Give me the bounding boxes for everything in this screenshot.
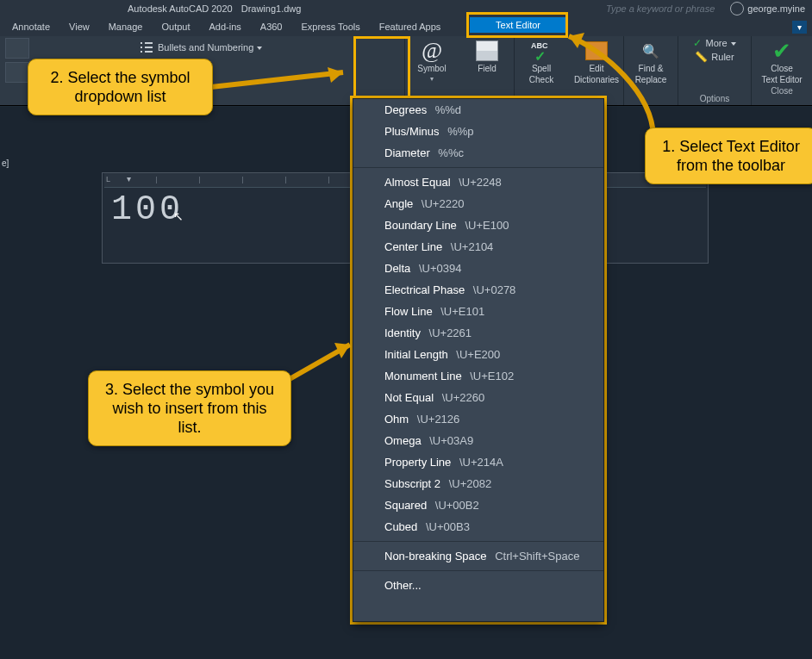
- menu-separator: [353, 541, 603, 542]
- symbol-dropdown-menu: Degrees %%dPlus/Minus %%pDiameter %%cAlm…: [353, 98, 604, 622]
- symbol-item-diameter[interactable]: Diameter %%c: [353, 142, 603, 164]
- close-text-editor-button[interactable]: ✔ Close Text Editor: [755, 36, 809, 84]
- command-line-fragment: e]: [2, 159, 9, 168]
- symbol-item-flow-line[interactable]: Flow Line \U+E101: [353, 301, 603, 322]
- ribbon-tabs: AnnotateViewManageOutputAdd-insA360Expre…: [0, 17, 812, 37]
- symbol-label: Symbol: [417, 64, 446, 73]
- symbol-item-identity[interactable]: Identity \U+2261: [353, 322, 603, 344]
- find-replace-button[interactable]: 🔍 Find & Replace: [624, 36, 678, 84]
- find-l2: Replace: [635, 75, 667, 84]
- user-account[interactable]: george.myine: [730, 2, 805, 16]
- symbol-item-subscript-2[interactable]: Subscript 2 \U+2082: [353, 473, 603, 494]
- symbol-item-code: \U+2220: [418, 197, 464, 210]
- field-button[interactable]: Field ▾: [460, 36, 514, 83]
- user-name: george.myine: [747, 3, 805, 14]
- symbol-item-center-line[interactable]: Center Line \U+2104: [353, 236, 603, 258]
- field-icon: [476, 40, 498, 61]
- tab-text-editor[interactable]: Text Editor: [470, 17, 566, 33]
- ribbon-tab-express-tools[interactable]: Express Tools: [295, 19, 367, 34]
- symbol-item-code: \U+E102: [467, 370, 515, 382]
- ribbon-tab-output[interactable]: Output: [154, 19, 197, 34]
- symbol-item-ohm[interactable]: Ohm \U+2126: [353, 408, 603, 430]
- more-dropdown[interactable]: ✓ More: [688, 36, 740, 50]
- symbol-item-label: Diameter: [384, 146, 430, 159]
- text-align-button[interactable]: [5, 38, 29, 59]
- close-l2: Text Editor: [761, 75, 802, 84]
- symbol-item-code: \U+E100: [462, 219, 509, 232]
- dict-l2: Dictionaries: [574, 75, 619, 84]
- symbol-item-squared[interactable]: Squared \U+00B2: [353, 494, 603, 516]
- ribbon-tab-add-ins[interactable]: Add-ins: [203, 19, 248, 34]
- symbol-item-label: Center Line: [384, 240, 442, 253]
- bullets-icon: [141, 41, 153, 53]
- search-input[interactable]: Type a keyword or phrase: [309, 3, 721, 14]
- ribbon-tab-a360[interactable]: A360: [253, 19, 290, 34]
- symbol-item-almost-equal[interactable]: Almost Equal \U+2248: [353, 171, 603, 193]
- symbol-item-label: Other...: [384, 579, 422, 592]
- find-icon: 🔍: [641, 42, 660, 59]
- ribbon-tab-featured-apps[interactable]: Featured Apps: [372, 19, 448, 34]
- ribbon-tab-annotate[interactable]: Annotate: [5, 19, 57, 34]
- symbol-item-label: Non-breaking Space: [384, 550, 487, 563]
- symbol-item-omega[interactable]: Omega \U+03A9: [353, 430, 603, 451]
- tools-panel: 🔍 Find & Replace: [624, 36, 678, 105]
- edit-dictionaries-button[interactable]: Edit Dictionaries: [570, 36, 623, 84]
- spell-check-button[interactable]: Spell Check: [515, 36, 568, 84]
- symbol-item-non-breaking-space[interactable]: Non-breaking Space Ctrl+Shift+Space: [353, 545, 603, 567]
- close-panel-title: Close: [767, 84, 796, 97]
- panel-overflow-dropdown[interactable]: ▾: [792, 21, 807, 34]
- checkmark-icon: ✔: [772, 38, 791, 65]
- options-panel-title: Options: [696, 92, 733, 105]
- symbol-item-code: \U+214A: [456, 456, 503, 469]
- symbol-item-code: \U+0394: [415, 262, 461, 275]
- app-title: Autodesk AutoCAD 2020: [128, 3, 233, 14]
- cursor-icon: ↖: [173, 209, 184, 223]
- symbol-item-cubed[interactable]: Cubed \U+00B3: [353, 516, 603, 538]
- symbol-item-code: %%d: [432, 103, 461, 116]
- symbol-item-delta[interactable]: Delta \U+0394: [353, 258, 603, 279]
- symbol-item-code: \U+2260: [439, 391, 484, 404]
- ribbon-tab-manage[interactable]: Manage: [102, 19, 150, 34]
- symbol-item-label: Boundary Line: [384, 219, 457, 232]
- symbol-item-code: \U+00B2: [432, 499, 479, 512]
- symbol-item-monument-line[interactable]: Monument Line \U+E102: [353, 365, 603, 387]
- symbol-item-code: \U+E101: [438, 305, 485, 318]
- symbol-item-label: Ohm: [384, 413, 409, 426]
- indent-marker-icon[interactable]: ▾: [127, 174, 131, 183]
- symbol-item-boundary-line[interactable]: Boundary Line \U+E100: [353, 214, 603, 236]
- symbol-item-label: Monument Line: [384, 370, 462, 382]
- symbol-item-label: Identity: [384, 326, 421, 339]
- dictionary-icon: [585, 41, 608, 60]
- symbol-item-property-line[interactable]: Property Line \U+214A: [353, 451, 603, 473]
- symbol-item-electrical-phase[interactable]: Electrical Phase \U+0278: [353, 279, 603, 301]
- check-icon: ✓: [693, 37, 702, 49]
- symbol-item-not-equal[interactable]: Not Equal \U+2260: [353, 387, 603, 408]
- symbol-item-label: Plus/Minus: [384, 125, 440, 138]
- symbol-item-degrees[interactable]: Degrees %%d: [353, 99, 603, 121]
- spell-l1: Spell: [532, 64, 551, 73]
- symbol-item-code: %%p: [445, 125, 474, 138]
- symbol-item-initial-length[interactable]: Initial Length \U+E200: [353, 344, 603, 365]
- symbol-item-code: \U+00B3: [422, 520, 470, 533]
- at-icon: @: [422, 38, 442, 64]
- symbol-item-other-[interactable]: Other...: [353, 575, 603, 596]
- symbol-dropdown[interactable]: @ Symbol ▾: [405, 36, 459, 83]
- symbol-item-label: Squared: [384, 499, 427, 512]
- symbol-item-angle[interactable]: Angle \U+2220: [353, 193, 603, 214]
- spell-l2: Check: [529, 75, 553, 84]
- ruler-toggle[interactable]: 📏 Ruler: [690, 50, 739, 64]
- symbol-item-code: \U+2248: [456, 176, 502, 189]
- callout-2: 2. Select the symbol dropdown list: [28, 59, 213, 115]
- bullets-numbering-dropdown[interactable]: Bullets and Numbering: [137, 40, 267, 55]
- text-align-button-2[interactable]: [5, 62, 29, 83]
- callout-3: 3. Select the symbol you wish to insert …: [88, 370, 291, 446]
- ribbon-tab-view[interactable]: View: [62, 19, 97, 34]
- symbol-item-plus-minus[interactable]: Plus/Minus %%p: [353, 121, 603, 142]
- symbol-item-label: Subscript 2: [384, 477, 440, 490]
- close-l1: Close: [771, 64, 793, 73]
- symbol-dropdown-outline: Degrees %%dPlus/Minus %%pDiameter %%cAlm…: [350, 96, 607, 625]
- close-panel: ✔ Close Text Editor Close: [752, 36, 812, 105]
- ruler-icon: 📏: [695, 51, 708, 63]
- ruler-start: L: [106, 175, 110, 183]
- user-icon: [730, 2, 744, 16]
